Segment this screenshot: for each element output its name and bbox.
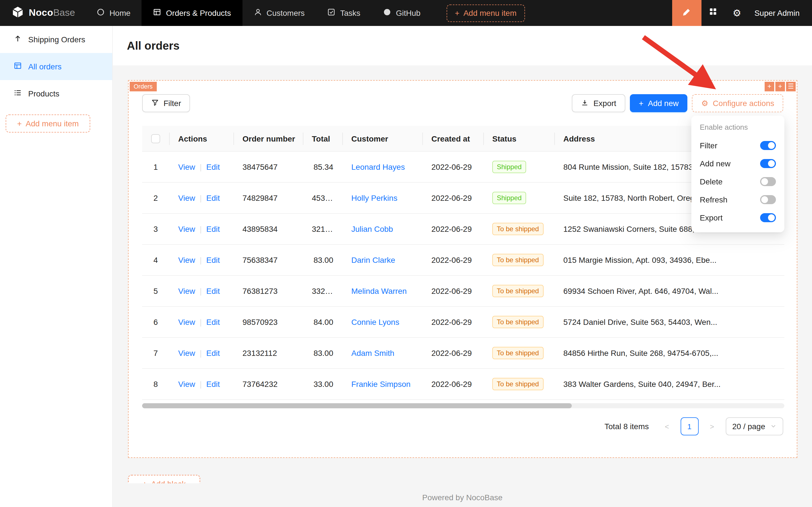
total-cell: 321.00: [303, 214, 342, 245]
dropdown-item-refresh[interactable]: Refresh: [691, 190, 785, 209]
filter-toggle[interactable]: [760, 141, 776, 150]
refresh-toggle[interactable]: [760, 195, 776, 204]
add-block-button[interactable]: + Add block: [128, 475, 200, 483]
sidebar-add-menu-item-label: Add menu item: [26, 119, 79, 128]
column-header-created-at: Created at: [422, 126, 483, 152]
nav-item-customers[interactable]: Customers: [242, 0, 316, 26]
status-badge: Shipped: [492, 192, 526, 205]
customer-link[interactable]: Darin Clarke: [351, 256, 395, 265]
address-cell: 383 Walter Gardens, Suite 040, 24947, Be…: [554, 369, 785, 400]
edit-link[interactable]: Edit: [206, 287, 220, 296]
dropdown-item-delete[interactable]: Delete: [691, 173, 785, 190]
total-cell: 33.00: [303, 369, 342, 400]
sidebar-add-menu-item-button[interactable]: + Add menu item: [6, 114, 90, 132]
designer-plus-icon[interactable]: +: [765, 82, 774, 91]
designer-menu-icon[interactable]: ☰: [786, 82, 796, 91]
configure-actions-button[interactable]: ⚙ Configure actions: [692, 94, 783, 112]
add-new-toggle[interactable]: [760, 159, 776, 168]
row-index: 1: [142, 152, 169, 183]
add-menu-item-label: Add menu item: [464, 8, 517, 17]
created-at-cell: 2022-06-29: [422, 338, 483, 369]
plus-icon: +: [455, 8, 459, 17]
total-cell: 85.34: [303, 152, 342, 183]
prev-page-button[interactable]: <: [658, 417, 676, 436]
sidebar-item-label: Products: [28, 89, 59, 98]
export-toggle[interactable]: [760, 213, 776, 222]
sidebar: Shipping Orders All orders Products + Ad…: [0, 26, 113, 507]
pagination-total: Total 8 items: [604, 422, 649, 431]
add-new-button[interactable]: + Add new: [630, 94, 688, 112]
export-button[interactable]: Export: [572, 94, 625, 112]
nav-item-label: Tasks: [340, 8, 361, 17]
nocobase-logo[interactable]: NocoBase: [0, 0, 85, 26]
sidebar-item-shipping-orders[interactable]: Shipping Orders: [0, 26, 112, 53]
select-all-checkbox[interactable]: [151, 134, 160, 144]
order-number-cell: 75638347: [233, 245, 303, 276]
customer-link[interactable]: Leonard Hayes: [351, 163, 405, 172]
dropdown-item-export[interactable]: Export: [691, 209, 785, 227]
next-page-button[interactable]: >: [703, 417, 721, 436]
nav-item-label: GitHub: [396, 8, 420, 17]
customer-link[interactable]: Julian Cobb: [351, 225, 393, 234]
horizontal-scrollbar[interactable]: [142, 403, 785, 409]
created-at-cell: 2022-06-29: [422, 245, 483, 276]
sidebar-item-label: All orders: [28, 62, 61, 71]
view-link[interactable]: View: [178, 318, 195, 327]
edit-link[interactable]: Edit: [206, 225, 220, 234]
customer-link[interactable]: Melinda Warren: [351, 287, 407, 296]
edit-link[interactable]: Edit: [206, 194, 220, 203]
dropdown-item-label: Delete: [700, 177, 722, 186]
view-link[interactable]: View: [178, 163, 195, 172]
view-link[interactable]: View: [178, 256, 195, 265]
edit-link[interactable]: Edit: [206, 318, 220, 327]
dropdown-item-filter[interactable]: Filter: [691, 136, 785, 155]
plus-icon: +: [142, 480, 147, 483]
table-row: 2 View|Edit 74829847 453.00 Holly Perkin…: [142, 183, 785, 214]
edit-link[interactable]: Edit: [206, 256, 220, 265]
total-cell: 83.00: [303, 245, 342, 276]
customer-link[interactable]: Frankie Simpson: [351, 380, 410, 389]
designer-initializer-plus-icon[interactable]: +: [775, 82, 785, 91]
filter-button[interactable]: Filter: [142, 94, 190, 112]
delete-toggle[interactable]: [760, 177, 776, 186]
settings-button[interactable]: ⚙: [725, 0, 749, 26]
link-divider: |: [199, 287, 201, 296]
edit-link[interactable]: Edit: [206, 163, 220, 172]
view-link[interactable]: View: [178, 380, 195, 389]
view-link[interactable]: View: [178, 225, 195, 234]
dropdown-title: Enable actions: [691, 121, 785, 136]
add-new-button-label: Add new: [648, 99, 679, 108]
view-link[interactable]: View: [178, 194, 195, 203]
customer-link[interactable]: Connie Lyons: [351, 318, 399, 327]
table-header-row: Actions Order number Total Customer Crea…: [142, 126, 785, 152]
nav-item-tasks[interactable]: Tasks: [316, 0, 372, 26]
user-menu[interactable]: Super Admin: [749, 0, 812, 26]
scrollbar-thumb[interactable]: [142, 403, 572, 409]
address-cell: 015 Margie Mission, Apt. 093, 34936, Ebe…: [554, 245, 785, 276]
customer-link[interactable]: Adam Smith: [351, 349, 395, 358]
edit-link[interactable]: Edit: [206, 349, 220, 358]
sidebar-item-label: Shipping Orders: [28, 35, 85, 44]
dropdown-item-add-new[interactable]: Add new: [691, 155, 785, 173]
table-row: 4 View|Edit 75638347 83.00 Darin Clarke …: [142, 245, 785, 276]
ui-editor-button[interactable]: [672, 0, 701, 26]
nav-item-orders-products[interactable]: Orders & Products: [142, 0, 242, 26]
table-icon: [13, 61, 22, 72]
nav-item-github[interactable]: GitHub: [371, 0, 432, 26]
sidebar-item-products[interactable]: Products: [0, 80, 112, 107]
list-icon: [13, 89, 22, 99]
nav-item-home[interactable]: Home: [85, 0, 142, 26]
customer-link[interactable]: Holly Perkins: [351, 194, 397, 203]
view-link[interactable]: View: [178, 349, 195, 358]
plugins-button[interactable]: [701, 0, 725, 26]
add-menu-item-button[interactable]: + Add menu item: [446, 4, 525, 22]
row-index: 7: [142, 338, 169, 369]
page-size-select[interactable]: 20 / page: [726, 417, 783, 436]
view-link[interactable]: View: [178, 287, 195, 296]
export-icon: [581, 98, 589, 108]
page-1-button[interactable]: 1: [680, 417, 698, 436]
sidebar-item-all-orders[interactable]: All orders: [0, 53, 112, 80]
block-toolbar: Filter Export + Add new ⚙ Co: [142, 94, 783, 112]
logo-icon: [11, 5, 24, 20]
edit-link[interactable]: Edit: [206, 380, 220, 389]
